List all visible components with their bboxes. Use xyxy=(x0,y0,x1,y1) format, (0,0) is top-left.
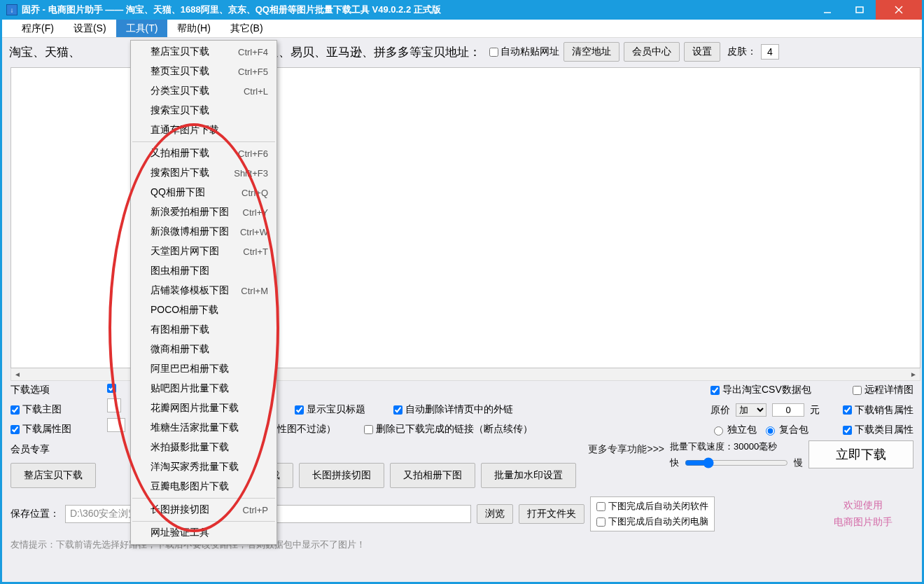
settings-button[interactable]: 设置 xyxy=(684,42,720,62)
app-icon: ↓ xyxy=(6,4,18,15)
dropdown-item[interactable]: 天堂图片网下图Ctrl+T xyxy=(131,242,276,261)
dropdown-item[interactable]: 搜索宝贝下载 xyxy=(131,101,276,120)
dropdown-item-shortcut: Ctrl+Y xyxy=(233,207,268,218)
browse-button[interactable]: 浏览 xyxy=(477,504,513,524)
dropdown-item[interactable]: 整页宝贝下载Ctrl+F5 xyxy=(131,62,276,81)
dropdown-item-shortcut: Ctrl+L xyxy=(234,86,268,97)
dropdown-item[interactable]: 分类宝贝下载Ctrl+L xyxy=(131,81,276,101)
dropdown-item[interactable]: 微商相册下载 xyxy=(131,340,276,359)
maximize-button[interactable] xyxy=(844,0,876,20)
price-value-input[interactable] xyxy=(772,403,804,417)
dropdown-item[interactable]: 贴吧图片批量下载 xyxy=(131,379,276,398)
menu-help[interactable]: 帮助(H) xyxy=(167,20,220,37)
show-title-checkbox[interactable]: 显示宝贝标题 xyxy=(295,403,365,416)
member-center-button[interactable]: 会员中心 xyxy=(624,42,680,62)
welcome-line2: 电商图片助手 xyxy=(834,516,892,529)
download-cat-attr-checkbox[interactable]: 下载类目属性 xyxy=(843,424,913,436)
dropdown-item-shortcut: Ctrl+F5 xyxy=(228,67,268,77)
speed-slider[interactable] xyxy=(685,457,788,468)
color-swatch-1[interactable] xyxy=(107,398,121,412)
download-options-header: 下载选项 xyxy=(10,384,102,396)
dropdown-item[interactable]: 又拍相册下载Ctrl+F6 xyxy=(131,144,276,163)
dropdown-item-shortcut: Ctrl+T xyxy=(233,246,268,257)
download-attr-image-checkbox[interactable]: 下载属性图 xyxy=(10,423,102,436)
youpai-album-button[interactable]: 又拍相册下图 xyxy=(390,463,475,488)
auto-close-software-checkbox[interactable]: 下图完成后自动关闭软件 xyxy=(596,500,708,513)
dropdown-item[interactable]: 搜索图片下载Shift+F3 xyxy=(131,163,276,183)
minimize-button[interactable] xyxy=(811,0,844,20)
menu-other[interactable]: 其它(B) xyxy=(220,20,273,37)
dropdown-item-shortcut: Ctrl+Q xyxy=(232,188,268,198)
dropdown-item-label: 有图相册下载 xyxy=(150,324,209,336)
dropdown-item[interactable]: 新浪微博相册下图Ctrl+W xyxy=(131,222,276,242)
dropdown-item[interactable]: 洋淘买家秀批量下载 xyxy=(131,457,276,477)
toolbar-caption-right: 速卖通、易贝、亚马逊、拼多多等宝贝地址： xyxy=(243,44,481,60)
dropdown-item-label: 米拍摄影批量下载 xyxy=(150,441,229,454)
pack-single-radio[interactable]: 独立包 xyxy=(710,424,757,436)
pack-combo-radio[interactable]: 复合包 xyxy=(762,424,808,436)
dropdown-item-label: 天堂图片网下图 xyxy=(150,245,219,258)
dropdown-item-label: 贴吧图片批量下载 xyxy=(150,382,229,395)
dropdown-item-label: 网址验证工具 xyxy=(150,527,209,539)
batch-watermark-button[interactable]: 批量加水印设置 xyxy=(481,463,576,488)
price-op-select[interactable]: 加 xyxy=(736,403,766,417)
menu-tools[interactable]: 工具(T) xyxy=(116,20,168,37)
download-main-image-checkbox[interactable]: 下载主图 xyxy=(10,403,102,416)
close-button[interactable] xyxy=(876,0,922,20)
dropdown-item[interactable]: 直通车图片下载 xyxy=(131,120,276,140)
menubar: 程序(F) 设置(S) 工具(T) 帮助(H) 其它(B) xyxy=(2,20,922,38)
remote-detail-checkbox[interactable]: 远程详情图 xyxy=(853,384,913,396)
speed-label: 批量下载速度：30000毫秒 xyxy=(670,440,803,453)
dropdown-item-shortcut: Ctrl+F4 xyxy=(228,47,268,57)
mini-input-1[interactable] xyxy=(107,418,125,432)
dropdown-item-shortcut: Ctrl+W xyxy=(230,227,268,237)
dropdown-item[interactable]: 店铺装修模板下图Ctrl+M xyxy=(131,281,276,300)
open-folder-button[interactable]: 打开文件夹 xyxy=(519,504,584,524)
price-unit: 元 xyxy=(810,404,820,417)
dropdown-item-label: 豆瓣电影图片下载 xyxy=(150,480,229,493)
dropdown-item[interactable]: 有图相册下载 xyxy=(131,320,276,340)
dropdown-item-label: 搜索宝贝下载 xyxy=(150,104,209,117)
menu-settings[interactable]: 设置(S) xyxy=(64,20,116,37)
dropdown-item[interactable]: 整店宝贝下载Ctrl+F4 xyxy=(131,42,276,62)
clear-address-button[interactable]: 清空地址 xyxy=(564,42,620,62)
dropdown-item[interactable]: 花瓣网图片批量下载 xyxy=(131,398,276,418)
long-image-stitch-button[interactable]: 长图拼接切图 xyxy=(299,463,384,488)
auto-close-pc-checkbox[interactable]: 下图完成后自动关闭电脑 xyxy=(596,515,708,528)
dropdown-item-label: 花瓣网图片批量下载 xyxy=(150,402,239,415)
dropdown-item-label: 又拍相册下载 xyxy=(150,147,209,160)
dropdown-item-label: 图虫相册下图 xyxy=(150,265,209,277)
dropdown-item-label: 整店宝贝下载 xyxy=(150,46,209,58)
dropdown-item[interactable]: 新浪爱拍相册下图Ctrl+Y xyxy=(131,202,276,222)
dropdown-item[interactable]: 长图拼接切图Ctrl+P xyxy=(131,500,276,520)
dropdown-item[interactable]: 堆糖生活家批量下载 xyxy=(131,418,276,438)
dropdown-item[interactable]: 网址验证工具 xyxy=(131,523,276,543)
auto-delete-links-checkbox[interactable]: 自动删除详情页中的外链 xyxy=(393,403,513,416)
dropdown-item[interactable]: 豆瓣电影图片下载 xyxy=(131,477,276,496)
auto-close-panel: 下图完成后自动关闭软件 下图完成后自动关闭电脑 xyxy=(590,496,715,531)
dropdown-item[interactable]: POCO相册下载 xyxy=(131,300,276,320)
dropdown-item[interactable]: 图虫相册下图 xyxy=(131,261,276,281)
dropdown-item-label: 洋淘买家秀批量下载 xyxy=(150,461,239,473)
dropdown-item-shortcut: Ctrl+M xyxy=(231,286,268,296)
scroll-left-icon[interactable]: ◄ xyxy=(11,369,24,380)
window-title: 固乔 - 电商图片助手 —— 淘宝、天猫、1688阿里、京东、QQ相册等图片批量… xyxy=(22,4,441,16)
skin-input[interactable] xyxy=(761,44,779,60)
scroll-right-icon[interactable]: ► xyxy=(907,369,920,380)
tools-dropdown: 整店宝贝下载Ctrl+F4整页宝贝下载Ctrl+F5分类宝贝下载Ctrl+L搜索… xyxy=(130,40,277,545)
dropdown-item[interactable]: QQ相册下图Ctrl+Q xyxy=(131,183,276,202)
more-member-link[interactable]: 更多专享功能>>> xyxy=(588,443,664,456)
skin-label: 皮肤： xyxy=(727,46,757,58)
auto-paste-label: 自动粘贴网址 xyxy=(500,46,559,58)
auto-paste-checkbox[interactable]: 自动粘贴网址 xyxy=(486,46,559,59)
menu-program[interactable]: 程序(F) xyxy=(12,20,64,37)
download-sale-attr-checkbox[interactable]: 下载销售属性 xyxy=(843,404,913,417)
dropdown-item-label: 阿里巴巴相册下载 xyxy=(150,363,229,375)
dropdown-item[interactable]: 米拍摄影批量下载 xyxy=(131,438,276,457)
dropdown-item[interactable]: 阿里巴巴相册下载 xyxy=(131,359,276,379)
export-csv-checkbox[interactable]: 导出淘宝CSV数据包 xyxy=(710,384,811,396)
download-now-button[interactable]: 立即下载 xyxy=(808,440,913,468)
delete-finished-links-checkbox[interactable]: 删除已下载完成的链接（断点续传） xyxy=(364,423,533,436)
dropdown-item-shortcut: Ctrl+P xyxy=(233,505,268,515)
whole-shop-download-button[interactable]: 整店宝贝下载 xyxy=(10,463,96,488)
